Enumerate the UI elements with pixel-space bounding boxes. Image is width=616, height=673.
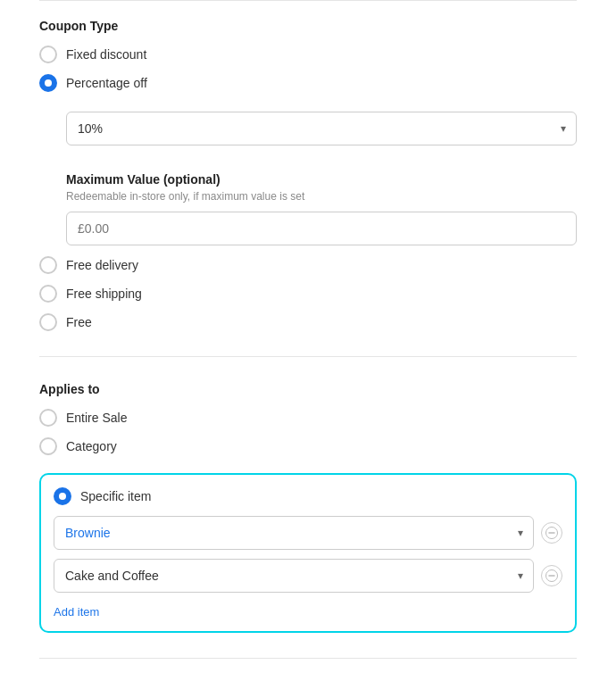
brownie-select[interactable]: Brownie Cake and Coffee Cookie Muffin [54,516,534,550]
max-value-title: Maximum Value (optional) [66,172,577,187]
radio-label-entire-sale: Entire Sale [66,411,127,425]
max-value-section: Maximum Value (optional) Redeemable in-s… [66,172,577,245]
cake-coffee-select-wrapper: Brownie Cake and Coffee Cookie Muffin ▾ [54,559,534,593]
radio-circle-percentage-off [39,74,57,92]
radio-free-shipping[interactable]: Free shipping [39,285,577,303]
remove-cake-coffee-button[interactable] [541,565,562,586]
radio-category[interactable]: Category [39,437,577,455]
max-value-input[interactable] [66,212,577,245]
radio-label-percentage-off: Percentage off [66,76,147,90]
brownie-select-wrapper: Brownie Cake and Coffee Cookie Muffin ▾ [54,516,534,550]
radio-circle-specific-item[interactable] [54,487,71,505]
remove-cake-coffee-icon [545,569,558,582]
radio-circle-free-shipping [39,285,57,303]
radio-label-fixed-discount: Fixed discount [66,47,146,62]
specific-item-box: Specific item Brownie Cake and Coffee Co… [39,473,577,633]
bottom-divider [39,658,577,659]
remove-brownie-button[interactable] [541,522,562,544]
max-value-hint: Redeemable in-store only, if maximum val… [66,190,577,203]
radio-free[interactable]: Free [39,313,577,331]
radio-label-category: Category [66,439,117,453]
radio-label-specific-item: Specific item [80,489,151,503]
coupon-type-section: Coupon Type Fixed discount Percentage of… [39,1,577,349]
specific-item-header: Specific item [54,487,562,505]
percentage-select-wrapper: 10% 5% 15% 20% 25% 30% 50% ▾ [66,112,577,145]
radio-label-free: Free [66,315,92,329]
cake-coffee-select[interactable]: Brownie Cake and Coffee Cookie Muffin [54,559,534,593]
radio-circle-entire-sale [39,409,57,427]
radio-label-free-shipping: Free shipping [66,287,142,301]
radio-circle-category [39,437,57,455]
radio-circle-free-delivery [39,256,57,274]
item-row-brownie: Brownie Cake and Coffee Cookie Muffin ▾ [54,516,562,550]
applies-to-title: Applies to [39,382,577,396]
coupon-type-title: Coupon Type [39,19,577,33]
percentage-select[interactable]: 10% 5% 15% 20% 25% 30% 50% [66,112,577,145]
radio-entire-sale[interactable]: Entire Sale [39,409,577,427]
item-row-cake-coffee: Brownie Cake and Coffee Cookie Muffin ▾ [54,559,562,593]
radio-label-free-delivery: Free delivery [66,258,138,272]
radio-circle-free [39,313,57,331]
coupon-type-radio-group: Fixed discount Percentage off 10% 5% 15%… [39,46,577,331]
radio-circle-fixed-discount [39,46,57,63]
middle-divider [39,356,577,357]
radio-free-delivery[interactable]: Free delivery [39,256,577,274]
remove-brownie-icon [545,527,558,539]
applies-to-radio-group: Entire Sale Category Specific item Brown… [39,409,577,633]
applies-to-section: Applies to Entire Sale Category Specific… [39,364,577,651]
add-item-button[interactable]: Add item [54,605,99,619]
radio-percentage-off[interactable]: Percentage off [39,74,577,92]
radio-fixed-discount[interactable]: Fixed discount [39,46,577,63]
